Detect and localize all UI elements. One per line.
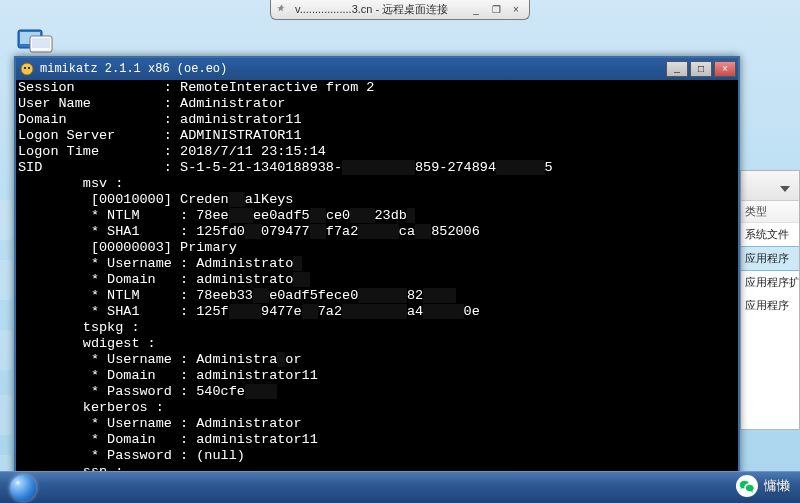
console-line: msv : (18, 176, 736, 192)
explorer-partial-panel: 类型 系统文件应用程序应用程序扩应用程序 (740, 170, 800, 430)
console-line: * NTLM : 78eeb33 e0adf5fece0 82 (18, 288, 736, 304)
console-line: [00010000] Creden alKeys (18, 192, 736, 208)
rdp-connection-bar: v.................3.cn - 远程桌面连接 _ ❐ × (270, 0, 530, 20)
rdp-close-button[interactable]: × (507, 3, 525, 17)
console-line: * SHA1 : 125fd0 079477 f7a2 ca 852006 (18, 224, 736, 240)
rdp-suffix-text: - 远程桌面连接 (372, 3, 448, 15)
dropdown-icon[interactable] (777, 181, 793, 197)
console-line: * Domain : administrator11 (18, 368, 736, 384)
console-line: Logon Server : ADMINISTRATOR11 (18, 128, 736, 144)
taskbar: 慵懒 (0, 471, 800, 503)
console-line: User Name : Administrator (18, 96, 736, 112)
console-close-button[interactable]: × (714, 61, 736, 77)
start-button[interactable] (0, 472, 46, 504)
explorer-row[interactable]: 应用程序扩 (741, 271, 799, 294)
console-line: * SHA1 : 125f 9477e 7a2 a4 0e (18, 304, 736, 320)
svg-point-5 (24, 67, 26, 69)
svg-point-6 (28, 67, 30, 69)
watermark: 慵懒 (736, 475, 790, 497)
console-titlebar[interactable]: mimikatz 2.1.1 x86 (oe.eo) _ □ × (16, 58, 738, 80)
explorer-row[interactable]: 应用程序 (741, 246, 799, 271)
console-title: mimikatz 2.1.1 x86 (oe.eo) (40, 62, 666, 76)
console-line: * NTLM : 78ee ee0adf5 ce0 23db (18, 208, 736, 224)
console-line: * Password : 540cfe (18, 384, 736, 400)
console-line: [00000003] Primary (18, 240, 736, 256)
explorer-header (741, 171, 799, 201)
mimikatz-icon (20, 62, 34, 76)
rdp-host-text: v.................3.cn (295, 3, 372, 15)
left-cropped-icon (0, 330, 12, 370)
console-line: * Domain : administrator11 (18, 432, 736, 448)
console-line: * Username : Administrato (18, 256, 736, 272)
wechat-icon (736, 475, 758, 497)
remote-desktop-background: v.................3.cn - 远程桌面连接 _ ❐ × 类型… (0, 0, 800, 503)
console-line: * Username : Administrator (18, 416, 736, 432)
rdp-restore-button[interactable]: ❐ (487, 3, 505, 17)
rdp-client-icon (16, 26, 56, 56)
explorer-row[interactable]: 系统文件 (741, 223, 799, 246)
console-line: wdigest : (18, 336, 736, 352)
svg-point-4 (21, 63, 33, 75)
console-minimize-button[interactable]: _ (666, 61, 688, 77)
pin-icon[interactable] (275, 3, 289, 17)
console-output[interactable]: Session : RemoteInteractive from 2User N… (16, 80, 738, 494)
explorer-row[interactable]: 应用程序 (741, 294, 799, 317)
left-cropped-icon (0, 260, 12, 300)
rdp-host-label: v.................3.cn - 远程桌面连接 (295, 2, 467, 17)
svg-rect-3 (32, 38, 50, 48)
console-line: Session : RemoteInteractive from 2 (18, 80, 736, 96)
console-maximize-button[interactable]: □ (690, 61, 712, 77)
console-line: * Domain : administrato (18, 272, 736, 288)
console-line: SID : S-1-5-21-1340188938- 859-274894 5 (18, 160, 736, 176)
mimikatz-console-window: mimikatz 2.1.1 x86 (oe.eo) _ □ × Session… (14, 56, 740, 496)
left-cropped-icon (0, 200, 12, 240)
watermark-text: 慵懒 (764, 477, 790, 495)
console-line: * Username : Administra or (18, 352, 736, 368)
console-line: Domain : administrator11 (18, 112, 736, 128)
rdp-minimize-button[interactable]: _ (467, 3, 485, 17)
column-header-type[interactable]: 类型 (741, 201, 799, 223)
console-line: Logon Time : 2018/7/11 23:15:14 (18, 144, 736, 160)
windows-orb-icon (10, 475, 36, 501)
console-line: tspkg : (18, 320, 736, 336)
console-line: kerberos : (18, 400, 736, 416)
left-cropped-icon (0, 395, 12, 435)
console-line: * Password : (null) (18, 448, 736, 464)
